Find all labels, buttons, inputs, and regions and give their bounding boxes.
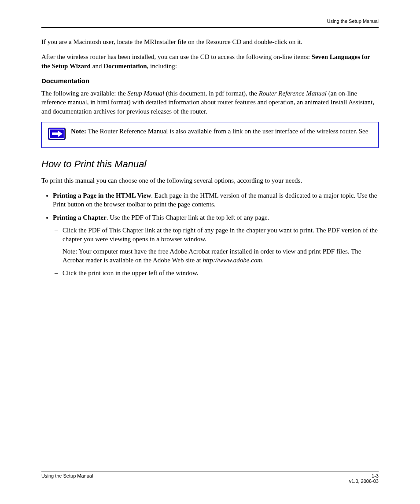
bullet-1-rest: . Use the PDF of This Chapter link at th… [107, 214, 269, 221]
docs-p-prefix: The following are available: the [41, 90, 127, 97]
header-right: Using the Setup Manual [327, 18, 379, 24]
note-text: Note: The Router Reference Manual is als… [71, 127, 372, 136]
header-rule [41, 27, 379, 28]
documentation-paragraph: The following are available: the Setup M… [41, 89, 379, 116]
list-item: Click the print icon in the upper left o… [63, 269, 379, 277]
note-body: The Router Reference Manual is also avai… [88, 128, 368, 135]
intro-paragraph-2: After the wireless router has been insta… [41, 52, 379, 70]
page-content: If you are a Macintosh user, locate the … [41, 37, 379, 283]
adobe-link: http://www.adobe.com [203, 257, 262, 264]
intro-p2-prefix: After the wireless router has been insta… [41, 53, 312, 60]
footer-left: Using the Setup Manual [41, 473, 93, 478]
footer-version: v1.0, 2006-03 [349, 478, 379, 484]
sub-1-suffix: . [262, 257, 264, 264]
arrow-right-icon [48, 128, 66, 142]
docs-italic-b: Router Reference Manual [259, 90, 327, 97]
intro-p2-bold-b: Documentation [103, 63, 147, 70]
note-label: Note: [71, 128, 86, 135]
note-box: Note: The Router Reference Manual is als… [41, 122, 379, 148]
intro-p2-mid: and [91, 63, 103, 70]
list-item: Click the PDF of This Chapter link at th… [63, 226, 379, 244]
footer-page-number: 1-3 [349, 473, 379, 478]
sub-list: Click the PDF of This Chapter link at th… [53, 226, 379, 277]
page: Using the Setup Manual If you are a Maci… [0, 0, 420, 504]
intro-paragraph-1: If you are a Macintosh user, locate the … [41, 37, 379, 46]
list-item: Printing a Page in the HTML View. Each p… [53, 191, 379, 209]
bullet-0-bold: Printing a Page in the HTML View [53, 192, 151, 199]
footer-right: 1-3 v1.0, 2006-03 [349, 473, 379, 484]
section-heading: How to Print this Manual [41, 158, 379, 171]
intro-p2-suffix: , including: [147, 63, 177, 70]
bullet-1-bold: Printing a Chapter [53, 214, 107, 221]
print-options-list: Printing a Page in the HTML View. Each p… [41, 191, 379, 277]
documentation-title: Documentation [41, 77, 379, 85]
list-item: Printing a Chapter. Use the PDF of This … [53, 213, 379, 277]
section-intro: To print this manual you can choose one … [41, 176, 379, 185]
docs-p-mid: (this document, in pdf format), the [164, 90, 259, 97]
page-footer: Using the Setup Manual 1-3 v1.0, 2006-03 [41, 471, 379, 484]
list-item: Note: Your computer must have the free A… [63, 247, 379, 265]
svg-rect-2 [52, 132, 58, 135]
docs-italic-a: Setup Manual [127, 90, 164, 97]
